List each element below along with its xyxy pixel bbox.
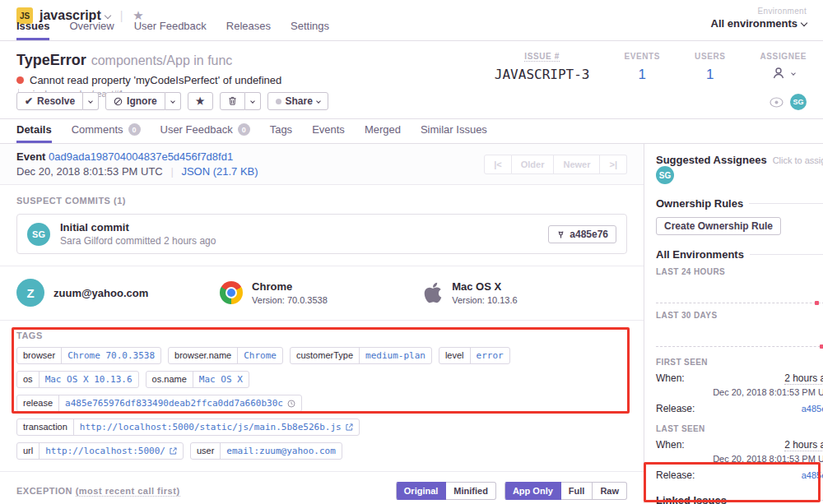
suggested-assignees-heading: Suggested Assignees — [656, 154, 767, 166]
event-label: Event — [16, 150, 45, 163]
issue-actions: ✔ Resolve Ignore ★ Share — [16, 92, 328, 110]
issue-short-id: JAVASCRIPT-3 — [495, 67, 590, 82]
trash-icon — [228, 96, 237, 106]
ownership-rules-heading: Ownership Rules — [656, 197, 743, 210]
event-context-row: Z zuum@yahoo.com Chrome Version: 70.0.35… — [0, 266, 644, 320]
os-name: Mac OS X — [452, 280, 518, 293]
oldest-event-button[interactable]: |< — [484, 155, 512, 174]
environment-selector[interactable]: All environments — [711, 17, 807, 30]
browser-version: Version: 70.0.3538 — [252, 295, 328, 305]
older-event-button[interactable]: Older — [512, 155, 555, 174]
tag-os: osMac OS X 10.13.6 — [16, 371, 139, 388]
tab-tags[interactable]: Tags — [270, 123, 292, 143]
tab-overview[interactable]: Overview — [69, 20, 114, 40]
issue-header: TypeErrorcomponents/App in func Cannot r… — [0, 41, 823, 119]
exception-heading: EXCEPTION — [16, 486, 72, 496]
json-download-link[interactable]: JSON (21.7 KB) — [181, 165, 258, 178]
tab-similar-issues[interactable]: Similar Issues — [421, 123, 487, 143]
tab-merged[interactable]: Merged — [365, 123, 401, 143]
feedback-count-badge: 0 — [238, 123, 250, 136]
last-seen-heading: LAST SEEN — [656, 424, 823, 433]
users-count[interactable]: 1 — [695, 67, 725, 83]
project-tabs: Issues Overview User Feedback Releases S… — [16, 20, 329, 40]
os-version: Version: 10.13.6 — [452, 295, 518, 305]
tab-settings[interactable]: Settings — [291, 20, 329, 40]
tag-user: useremail:zuum@yahoo.com — [190, 442, 342, 460]
commit-title: Initial commit — [60, 221, 216, 234]
tag-url: url http://localhost:5000/ — [16, 442, 184, 460]
tab-comments[interactable]: Comments 0 — [72, 123, 141, 143]
chevron-down-icon — [791, 71, 796, 76]
star-button[interactable]: ★ — [188, 92, 213, 110]
tab-details[interactable]: Details — [16, 123, 52, 143]
clock-icon — [287, 400, 295, 408]
comments-count-badge: 0 — [128, 123, 141, 136]
check-icon: ✔ — [25, 95, 33, 107]
last-seen-release-link[interactable]: a485e76 — [802, 470, 823, 480]
events-count[interactable]: 1 — [624, 67, 660, 83]
tab-issues[interactable]: Issues — [16, 20, 49, 40]
first-seen-absolute: Dec 20, 2018 8:01:53 PM UTC — [656, 387, 823, 397]
last-seen-relative: 2 hours ago — [784, 439, 823, 451]
mute-icon — [114, 97, 123, 106]
share-button[interactable]: Share — [267, 92, 328, 110]
share-status-dot — [276, 99, 281, 104]
assignee-dropdown[interactable] — [760, 67, 807, 80]
when-label: When: — [656, 439, 685, 451]
release-label: Release: — [656, 403, 695, 414]
first-seen-relative: 2 hours ago — [784, 372, 823, 385]
chevron-down-icon — [104, 12, 110, 19]
suspect-commits-section: SUSPECT COMMITS (1) SG Initial commit Sa… — [0, 185, 644, 266]
last-24-hours-sparkline — [656, 276, 823, 303]
person-icon — [772, 67, 785, 80]
tab-user-feedback-detail[interactable]: User Feedback 0 — [160, 123, 250, 143]
tab-events[interactable]: Events — [312, 123, 345, 143]
resolve-dropdown-button[interactable] — [83, 92, 99, 110]
tab-releases[interactable]: Releases — [226, 20, 271, 40]
newer-event-button[interactable]: Newer — [554, 155, 600, 174]
event-date: Dec 20, 2018 8:01:53 PM UTC — [16, 165, 163, 178]
ignore-dropdown-button[interactable] — [165, 92, 181, 110]
users-label: USERS — [695, 52, 725, 61]
external-link-icon — [346, 423, 353, 431]
apple-icon — [423, 281, 443, 304]
delete-button[interactable] — [220, 92, 245, 110]
chevron-down-icon — [801, 20, 807, 26]
newest-event-button[interactable]: >| — [600, 155, 627, 174]
tag-customer-type: customerTypemedium-plan — [290, 347, 432, 364]
toggle-minified[interactable]: Minified — [446, 482, 496, 500]
suggested-assignee-avatar[interactable]: SG — [656, 166, 674, 184]
commit-sha-button[interactable]: a485e76 — [548, 225, 616, 243]
ignore-button[interactable]: Ignore — [105, 92, 165, 110]
eye-icon[interactable] — [770, 97, 783, 108]
toggle-app-only[interactable]: App Only — [504, 482, 561, 500]
git-commit-icon — [556, 229, 565, 239]
tab-user-feedback[interactable]: User Feedback — [134, 20, 207, 40]
environment-label: Environment — [711, 7, 807, 16]
toggle-full[interactable]: Full — [561, 482, 593, 500]
first-seen-release-link[interactable]: a485e76 — [802, 404, 823, 414]
tag-os-name: os.nameMac OS X — [146, 371, 249, 388]
chevron-down-icon — [316, 99, 321, 104]
create-ownership-rule-button[interactable]: Create Ownership Rule — [656, 217, 781, 235]
top-navbar: JS javascript | ★ Issues Overview User F… — [0, 0, 823, 41]
frames-toggle-group: App Only Full Raw — [504, 482, 627, 500]
browser-name: Chrome — [252, 280, 328, 293]
resolve-button[interactable]: ✔ Resolve — [16, 92, 83, 110]
issue-number-label: ISSUE # — [524, 52, 560, 62]
user-email: zuum@yahoo.com — [53, 287, 148, 299]
seen-by-avatar: SG — [790, 94, 807, 110]
delete-dropdown-button[interactable] — [245, 92, 261, 110]
events-label: EVENTS — [624, 52, 660, 61]
divider: | — [170, 165, 173, 178]
committer-avatar: SG — [27, 223, 50, 246]
toggle-original[interactable]: Original — [396, 482, 447, 500]
first-seen-heading: FIRST SEEN — [656, 358, 823, 367]
external-link-icon — [170, 447, 177, 455]
last-24-hours-label: LAST 24 HOURS — [656, 267, 823, 276]
star-icon: ★ — [196, 95, 205, 107]
event-id-link[interactable]: 0ad9ada198704004837e5d456f7d8fd1 — [49, 150, 233, 163]
toggle-raw[interactable]: Raw — [593, 482, 627, 500]
tag-browser-name: browser.nameChrome — [168, 347, 283, 364]
last-30-days-label: LAST 30 DAYS — [656, 311, 823, 320]
